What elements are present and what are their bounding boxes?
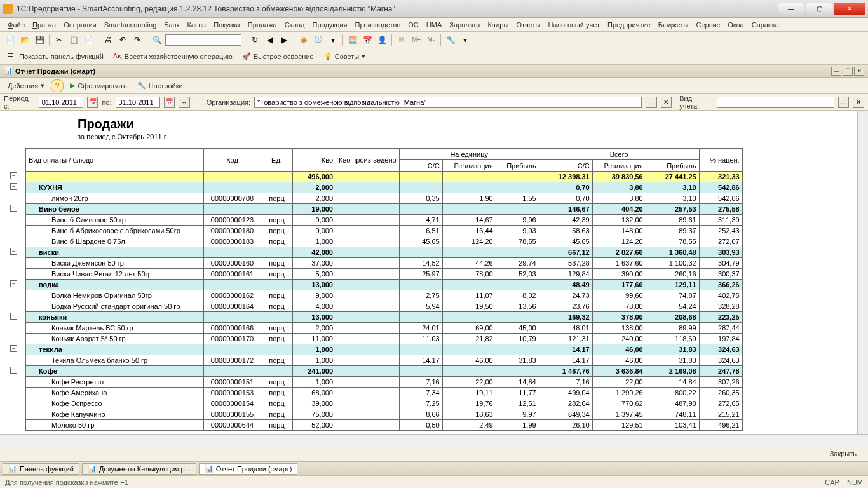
menu-ос[interactable]: ОС bbox=[404, 20, 423, 30]
tree-toggle[interactable]: − bbox=[10, 367, 17, 374]
copy-icon[interactable]: 📋 bbox=[67, 34, 80, 46]
menu-операции[interactable]: Операции bbox=[60, 20, 100, 30]
tree-toggle[interactable]: − bbox=[10, 280, 17, 287]
undo-icon[interactable]: ↶ bbox=[116, 34, 129, 46]
cut-icon[interactable]: ✂ bbox=[53, 34, 65, 46]
menu-продажа[interactable]: Продажа bbox=[244, 20, 281, 30]
menu-покупка[interactable]: Покупка bbox=[210, 20, 244, 30]
menu-окна[interactable]: Окна bbox=[724, 20, 748, 30]
m-button[interactable]: M bbox=[395, 34, 408, 46]
menu-производство[interactable]: Производство bbox=[351, 20, 405, 30]
period-select-button[interactable]: ↔ bbox=[179, 97, 190, 108]
table-row[interactable]: коньяки 13,000 169,32 378,00 208,68 223,… bbox=[26, 312, 743, 323]
m-minus-button[interactable]: M- bbox=[424, 34, 437, 46]
tree-toggle[interactable]: − bbox=[10, 313, 17, 320]
maximize-button[interactable]: ▢ bbox=[806, 3, 832, 15]
table-row[interactable]: виски 42,000 667,12 2 027,60 1 360,48 30… bbox=[26, 247, 743, 258]
quick-start-button[interactable]: 🚀 Быстрое освоение bbox=[238, 50, 318, 63]
table-row[interactable]: Водка Русский стандарт оригинал 50 гр 00… bbox=[26, 301, 743, 312]
tree-toggle[interactable]: − bbox=[10, 248, 17, 255]
user-icon[interactable]: 👤 bbox=[376, 34, 388, 46]
dropdown-icon[interactable]: ▾ bbox=[327, 34, 339, 46]
refresh-icon[interactable]: ↻ bbox=[248, 34, 261, 46]
save-icon[interactable]: 💾 bbox=[33, 34, 46, 46]
view-select-button[interactable]: … bbox=[838, 97, 850, 108]
date-from-input[interactable] bbox=[39, 97, 83, 108]
redo-icon[interactable]: ↷ bbox=[131, 34, 144, 46]
vertical-scrollbar[interactable] bbox=[857, 111, 868, 434]
m-plus-button[interactable]: M+ bbox=[410, 34, 423, 46]
actions-menu-button[interactable]: Действия ▾ bbox=[4, 79, 48, 92]
menu-налоговый учет[interactable]: Налоговый учет bbox=[544, 20, 604, 30]
org-select-button[interactable]: … bbox=[646, 97, 657, 108]
calc-icon[interactable]: 🧮 bbox=[346, 34, 359, 46]
menu-справка[interactable]: Справка bbox=[748, 20, 783, 30]
horizontal-scrollbar[interactable] bbox=[0, 434, 868, 445]
view-input[interactable] bbox=[717, 97, 834, 108]
doc-close-button[interactable]: ✕ bbox=[854, 67, 864, 76]
table-row[interactable]: Коньяк Арарат 5* 50 гр 00000000170 порц … bbox=[26, 334, 743, 344]
menu-продукция[interactable]: Продукция bbox=[309, 20, 351, 30]
close-link[interactable]: Закрыть bbox=[825, 449, 862, 459]
task-button[interactable]: 📊Документы Калькуляция р... bbox=[82, 463, 196, 475]
menu-smartaccounting[interactable]: Smartaccounting bbox=[100, 20, 161, 30]
org-input[interactable] bbox=[254, 97, 642, 108]
search-icon[interactable]: 🔍 bbox=[151, 34, 163, 46]
generate-button[interactable]: ▶ Сформировать bbox=[66, 79, 131, 92]
back-icon[interactable]: ◀ bbox=[263, 34, 276, 46]
doc-restore-button[interactable]: ❐ bbox=[843, 67, 853, 76]
table-row[interactable]: Кофе Эспрессо 00000000154 порц 39,000 7,… bbox=[26, 398, 743, 409]
close-button[interactable]: ✕ bbox=[834, 3, 865, 15]
menu-банк[interactable]: Банк bbox=[160, 20, 183, 30]
table-row[interactable]: Кофе Капуччино 00000000155 порц 75,000 8… bbox=[26, 409, 743, 420]
tools-dropdown-icon[interactable]: ▾ bbox=[459, 34, 471, 46]
menu-касса[interactable]: Касса bbox=[183, 20, 210, 30]
tree-toggle[interactable]: − bbox=[10, 345, 17, 352]
table-row[interactable]: Вино б Абрикосовое с абрикосами 50гр 000… bbox=[26, 226, 743, 236]
forward-icon[interactable]: ▶ bbox=[278, 34, 290, 46]
menu-кадры[interactable]: Кадры bbox=[484, 20, 512, 30]
table-row[interactable]: Молоко 50 гр 00000000644 порц 52,000 0,5… bbox=[26, 420, 743, 431]
menu-файл[interactable]: Файл bbox=[4, 20, 29, 30]
table-row[interactable]: Кофе Американо 00000000153 порц 68,000 7… bbox=[26, 388, 743, 398]
report-scroll[interactable]: Продажи за период с Октябрь 2011 г. −−−−… bbox=[0, 111, 857, 434]
menu-нма[interactable]: НМА bbox=[423, 20, 445, 30]
menu-бюджеты[interactable]: Бюджеты bbox=[654, 20, 693, 30]
table-row[interactable]: Текила Ольмека бланко 50 гр 00000000172 … bbox=[26, 355, 743, 366]
journal-entry-button[interactable]: Ақ Ввести хозяйственную операцию bbox=[109, 50, 236, 63]
date-from-calendar-button[interactable]: 📅 bbox=[87, 97, 98, 108]
tips-button[interactable]: 💡 Советы ▾ bbox=[320, 50, 369, 63]
open-icon[interactable]: 📂 bbox=[18, 34, 31, 46]
help-icon[interactable]: ? bbox=[51, 79, 64, 92]
menu-отчеты[interactable]: Отчеты bbox=[512, 20, 544, 30]
table-row[interactable]: КУХНЯ 2,000 0,70 3,80 3,10 542,86 bbox=[26, 182, 743, 193]
date-to-calendar-button[interactable]: 📅 bbox=[164, 97, 175, 108]
show-panel-button[interactable]: ☰ Показать панель функций bbox=[4, 50, 107, 63]
org-clear-button[interactable]: ✕ bbox=[661, 97, 672, 108]
table-row[interactable]: Волка Немиров Оригинал 50гр 00000000162 … bbox=[26, 290, 743, 301]
minimize-button[interactable]: — bbox=[778, 3, 804, 15]
tree-toggle[interactable]: − bbox=[10, 172, 17, 179]
app-icon-button[interactable]: ◉ bbox=[297, 34, 310, 46]
doc-minimize-button[interactable]: — bbox=[831, 67, 841, 76]
menu-правка[interactable]: Правка bbox=[29, 20, 60, 30]
table-row[interactable]: текила 1,000 14,17 46,00 31,83 324,63 bbox=[26, 344, 743, 355]
task-button[interactable]: 📊Панель функций bbox=[3, 463, 79, 475]
paste-icon[interactable]: 📄 bbox=[82, 34, 95, 46]
tree-toggle[interactable]: − bbox=[10, 183, 17, 190]
table-row[interactable]: Вино.б Сливовое 50 гр 00000000123 порц 9… bbox=[26, 215, 743, 226]
tree-toggle[interactable]: − bbox=[10, 205, 17, 212]
settings-button[interactable]: 🔧 Настройки bbox=[133, 79, 187, 92]
table-row[interactable]: Вино белое 19,000 146,67 404,20 257,53 2… bbox=[26, 204, 743, 215]
date-to-input[interactable] bbox=[116, 97, 160, 108]
calendar-icon[interactable]: 📅 bbox=[361, 34, 374, 46]
table-row[interactable]: Кофе 241,000 1 467,76 3 636,84 2 169,08 … bbox=[26, 366, 743, 377]
menu-зарплата[interactable]: Зарплата bbox=[445, 20, 484, 30]
table-row[interactable]: Виски Чивас Ригал 12 лет 50гр 0000000016… bbox=[26, 269, 743, 280]
table-row[interactable]: лимон 20гр 00000000708 порц 2,000 0,35 1… bbox=[26, 193, 743, 204]
table-row[interactable]: Вино б Шардоне 0,75л 00000000183 порц 1,… bbox=[26, 236, 743, 247]
table-row[interactable]: Кофе Рестретто 00000000151 порц 1,000 7,… bbox=[26, 377, 743, 388]
info-icon[interactable]: ⓘ bbox=[312, 34, 325, 46]
menu-склад[interactable]: Склад bbox=[281, 20, 309, 30]
task-button[interactable]: 📊Отчет Продажи (смарт) bbox=[199, 463, 298, 475]
